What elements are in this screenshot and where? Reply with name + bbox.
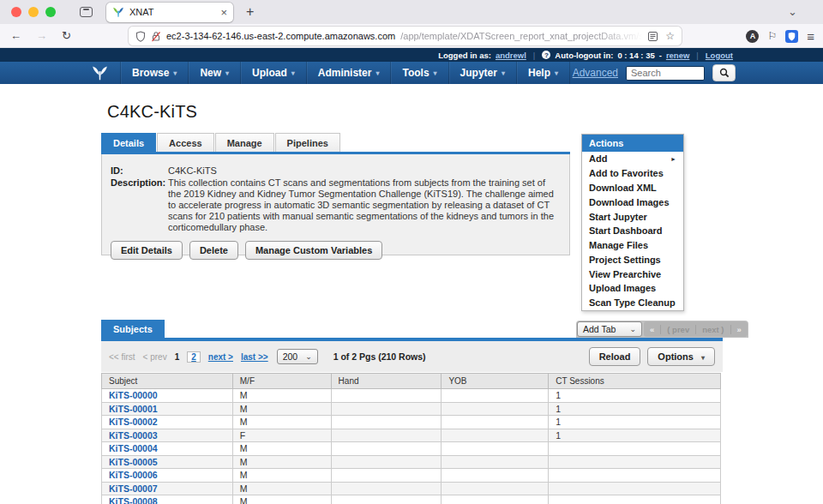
description-label: Description: bbox=[111, 177, 168, 233]
table-row: KiTS-00000 M 1 bbox=[102, 389, 721, 403]
subject-link[interactable]: KiTS-00002 bbox=[109, 417, 158, 427]
action-add-to-favorites[interactable]: Add to Favorites bbox=[582, 166, 683, 181]
username-link[interactable]: andrewl bbox=[496, 51, 526, 60]
menu-help[interactable]: Help▾ bbox=[517, 62, 570, 84]
table-row: KiTS-00002 M 1 bbox=[102, 416, 721, 429]
extension-flag-icon[interactable]: ⚐ bbox=[767, 30, 777, 42]
tracking-shield-icon[interactable] bbox=[135, 31, 146, 42]
action-start-jupyter[interactable]: Start Jupyter bbox=[582, 209, 683, 224]
subject-link[interactable]: KiTS-00001 bbox=[109, 404, 158, 414]
col-mf[interactable]: M/F bbox=[232, 374, 331, 389]
subject-link[interactable]: KiTS-00008 bbox=[109, 496, 158, 504]
advanced-search-link[interactable]: Advanced bbox=[573, 67, 618, 79]
url-path: /app/template/XDATScreen_report_xnat_pro… bbox=[400, 31, 643, 41]
renew-link[interactable]: renew bbox=[666, 51, 689, 60]
extension-a-icon[interactable]: A bbox=[746, 30, 759, 43]
action-add[interactable]: Add ► bbox=[582, 152, 683, 166]
table-header-row: Subject M/F Hand YOB CT Sessions bbox=[102, 374, 721, 389]
divider: | bbox=[696, 51, 698, 60]
close-window-icon[interactable] bbox=[11, 7, 21, 17]
menu-jupyter[interactable]: Jupyter▾ bbox=[449, 62, 517, 84]
bookmark-star-icon[interactable]: ☆ bbox=[665, 30, 675, 42]
action-upload-images[interactable]: Upload Images bbox=[582, 281, 683, 296]
action-download-images[interactable]: Download Images bbox=[582, 195, 683, 209]
close-tab-icon[interactable]: × bbox=[220, 7, 227, 18]
tab-pager-prev: ( prev bbox=[661, 325, 696, 334]
details-panel: ID: C4KC-KiTS Description: This collecti… bbox=[101, 154, 570, 255]
reload-button[interactable]: Reload bbox=[589, 347, 641, 366]
tab-access[interactable]: Access bbox=[157, 133, 214, 152]
subject-link[interactable]: KiTS-00004 bbox=[109, 443, 158, 453]
action-view-prearchive[interactable]: View Prearchive bbox=[582, 267, 683, 281]
edit-details-button[interactable]: Edit Details bbox=[111, 241, 183, 260]
action-manage-files[interactable]: Manage Files bbox=[582, 238, 683, 253]
back-icon[interactable]: ← bbox=[10, 29, 21, 42]
menu-tools[interactable]: Tools▾ bbox=[391, 62, 448, 84]
action-project-settings[interactable]: Project Settings bbox=[582, 252, 683, 267]
caret-down-icon: ▾ bbox=[555, 69, 558, 77]
table-row: KiTS-00006 M bbox=[102, 469, 721, 483]
address-bar[interactable]: ec2-3-134-62-146.us-east-2.compute.amazo… bbox=[129, 27, 682, 45]
menu-browse[interactable]: Browse▾ bbox=[120, 62, 189, 84]
action-scan-type-cleanup[interactable]: Scan Type Cleanup bbox=[582, 296, 683, 310]
browser-tab[interactable]: XNAT × bbox=[106, 3, 233, 22]
tab-pager-next: next ) bbox=[696, 325, 730, 334]
menu-upload[interactable]: Upload▾ bbox=[241, 62, 307, 84]
col-hand[interactable]: Hand bbox=[331, 374, 442, 389]
actions-menu-title: Actions bbox=[582, 135, 683, 152]
divider: | bbox=[533, 51, 535, 60]
tab-overview-icon[interactable] bbox=[80, 7, 93, 17]
search-button[interactable] bbox=[712, 64, 736, 81]
tab-subjects[interactable]: Subjects bbox=[101, 320, 165, 338]
pager-prev: < prev bbox=[143, 352, 167, 362]
page-size-select[interactable]: 200 ⌄ bbox=[277, 349, 318, 364]
tab-pager-first[interactable]: « bbox=[644, 325, 661, 334]
page-title: C4KC-KiTS bbox=[107, 102, 197, 122]
logout-link[interactable]: Logout bbox=[706, 51, 733, 60]
subjects-table: Subject M/F Hand YOB CT Sessions KiTS-00… bbox=[101, 373, 723, 504]
add-tab-select[interactable]: Add Tab ⌄ bbox=[577, 321, 642, 337]
delete-button[interactable]: Delete bbox=[189, 241, 238, 260]
subject-link[interactable]: KiTS-00005 bbox=[109, 457, 158, 467]
action-start-dashboard[interactable]: Start Dashboard bbox=[582, 224, 683, 238]
subject-link[interactable]: KiTS-00006 bbox=[109, 470, 158, 480]
manage-custom-variables-button[interactable]: Manage Custom Variables bbox=[245, 241, 382, 260]
col-yob[interactable]: YOB bbox=[442, 374, 549, 389]
bitwarden-shield-icon[interactable] bbox=[785, 30, 798, 43]
tab-pipelines[interactable]: Pipelines bbox=[275, 133, 340, 152]
tab-details[interactable]: Details bbox=[101, 133, 156, 152]
new-tab-icon[interactable]: + bbox=[246, 4, 254, 20]
dash: - bbox=[659, 51, 662, 60]
caret-down-icon: ▾ bbox=[701, 354, 705, 362]
pager-next[interactable]: next > bbox=[208, 352, 233, 362]
col-ct-sessions[interactable]: CT Sessions bbox=[549, 374, 721, 389]
page-reload-icon[interactable]: ↻ bbox=[62, 29, 71, 42]
tab-pager-last[interactable]: » bbox=[731, 325, 748, 334]
submenu-arrow-icon: ► bbox=[670, 156, 676, 162]
autologout-timer: 0 : 14 : 35 bbox=[617, 51, 654, 60]
tab-manage[interactable]: Manage bbox=[215, 133, 274, 152]
pagination: << first < prev 1 2 next > last >> bbox=[109, 351, 268, 363]
subject-link[interactable]: KiTS-00003 bbox=[109, 430, 158, 441]
tab-list-chevron-icon[interactable]: ⌄ bbox=[788, 5, 797, 18]
options-button[interactable]: Options ▾ bbox=[647, 347, 715, 366]
maximize-window-icon[interactable] bbox=[45, 7, 56, 17]
xnat-logo-icon[interactable] bbox=[91, 64, 109, 81]
search-input[interactable] bbox=[626, 66, 705, 81]
project-tabs: Details Access Manage Pipelines bbox=[101, 133, 341, 152]
window-controls[interactable] bbox=[11, 7, 56, 17]
pager-page-2[interactable]: 2 bbox=[191, 352, 196, 362]
insecure-lock-icon[interactable] bbox=[151, 31, 161, 42]
minimize-window-icon[interactable] bbox=[28, 7, 39, 17]
menu-new[interactable]: New▾ bbox=[189, 62, 241, 84]
login-status-bar: Logged in as: andrewl | ? Auto-logout in… bbox=[0, 48, 823, 62]
subject-link[interactable]: KiTS-00000 bbox=[109, 390, 158, 400]
subject-link[interactable]: KiTS-00007 bbox=[109, 483, 158, 494]
menu-administer[interactable]: Administer▾ bbox=[307, 62, 392, 84]
help-question-icon[interactable]: ? bbox=[542, 51, 550, 59]
col-subject[interactable]: Subject bbox=[102, 374, 233, 389]
menu-hamburger-icon[interactable]: ≡ bbox=[807, 29, 814, 44]
pager-last[interactable]: last >> bbox=[241, 352, 268, 362]
action-download-xml[interactable]: Download XML bbox=[582, 181, 683, 195]
reader-view-icon[interactable] bbox=[648, 32, 658, 41]
